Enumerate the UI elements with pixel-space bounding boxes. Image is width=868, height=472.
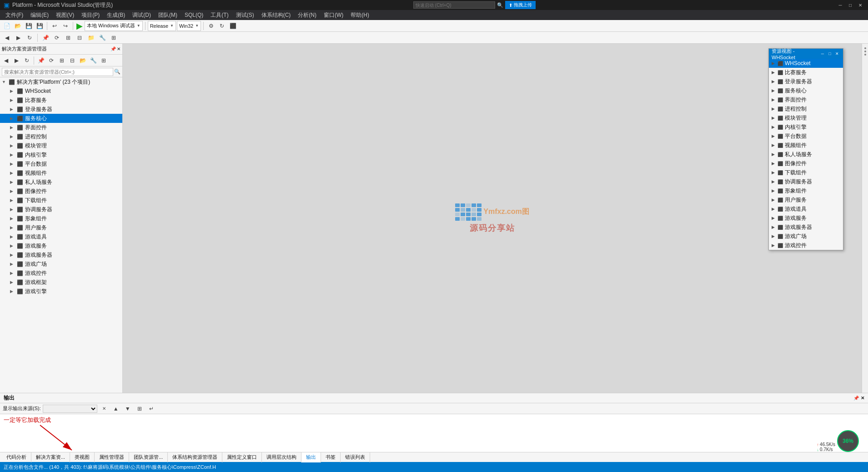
se-showfiles-button[interactable]: 📂 bbox=[78, 56, 88, 66]
menu-item-T[interactable]: 工具(T) bbox=[207, 10, 232, 20]
se-settings-button[interactable]: 🔧 bbox=[88, 56, 98, 66]
rv-minimize-button[interactable]: ─ bbox=[819, 51, 826, 57]
menu-item-B[interactable]: 生成(B) bbox=[103, 10, 129, 20]
tree-node-item[interactable]: ▶ ⬛ 平台数据 bbox=[0, 159, 122, 168]
rv-node-item[interactable]: ▶ ⬛ 平台数据 bbox=[769, 132, 843, 141]
se-back-button[interactable]: ◀ bbox=[1, 56, 11, 66]
show-all-files-button[interactable]: 📁 bbox=[86, 33, 96, 43]
bottom-tab-[interactable]: 团队资源管... bbox=[129, 452, 168, 462]
bottom-tab-[interactable]: 属性定义窗口 bbox=[222, 452, 262, 462]
close-icon[interactable]: ✕ bbox=[117, 46, 120, 51]
tree-node-item[interactable]: ▶ ⬛ 下载组件 bbox=[0, 196, 122, 205]
minimize-button[interactable]: ─ bbox=[836, 1, 844, 9]
close-button[interactable]: ✕ bbox=[856, 1, 864, 9]
menu-item-V[interactable]: 视图(V) bbox=[52, 10, 78, 20]
output-scroll-up-button[interactable]: ▲ bbox=[111, 404, 121, 414]
sync-button[interactable]: ⟳ bbox=[52, 33, 62, 43]
tree-node-item[interactable]: ▶ ⬛ 游戏引擎 bbox=[0, 287, 122, 296]
menu-item-F[interactable]: 文件(F) bbox=[2, 10, 27, 20]
tree-node-item[interactable]: ▶ ⬛ 游戏服务 bbox=[0, 241, 122, 250]
rv-node-item[interactable]: ▶ ⬛ 游戏服务器 bbox=[769, 223, 843, 232]
se-sync-button[interactable]: ⟳ bbox=[46, 56, 56, 66]
output-scroll-down-button[interactable]: ▼ bbox=[123, 404, 133, 414]
debug-target-dropdown[interactable]: 本地 Windows 调试器 ▼ bbox=[85, 21, 143, 31]
rv-node-item[interactable]: ▶ ⬛ 视频组件 bbox=[769, 141, 843, 150]
rv-close-button[interactable]: ✕ bbox=[834, 51, 840, 57]
tree-node-item[interactable]: ▶ ⬛ 游戏框架 bbox=[0, 278, 122, 287]
se-refresh-button[interactable]: ↻ bbox=[22, 56, 32, 66]
rv-node-item[interactable]: ▶ ⬛ 界面控件 bbox=[769, 95, 843, 104]
output-word-wrap-button[interactable]: ↵ bbox=[146, 404, 156, 414]
tree-node-item[interactable]: ▶ ⬛ 进程控制 bbox=[0, 132, 122, 141]
bottom-tab-[interactable]: 输出 bbox=[301, 452, 321, 462]
restore-button[interactable]: □ bbox=[846, 1, 854, 9]
menu-item-P[interactable]: 项目(P) bbox=[78, 10, 103, 20]
configuration-dropdown[interactable]: Release ▼ bbox=[148, 21, 176, 31]
undo-button[interactable]: ↩ bbox=[50, 21, 60, 31]
bottom-tab-[interactable]: 类视图 bbox=[70, 452, 95, 462]
tree-node-item[interactable]: ▶ ⬛ 形象组件 bbox=[0, 214, 122, 223]
collapse-button[interactable]: ⊟ bbox=[75, 33, 85, 43]
rv-node-item[interactable]: ▶ ⬛ 模块管理 bbox=[769, 113, 843, 122]
output-close-icon[interactable]: ✕ bbox=[861, 396, 864, 401]
se-newview-button[interactable]: ⊞ bbox=[99, 56, 109, 66]
pin-button[interactable]: 📌 bbox=[40, 33, 50, 43]
rv-node-item[interactable]: ▶ ⬛ 游戏广场 bbox=[769, 232, 843, 241]
tree-node-item[interactable]: ▶ ⬛ 比赛服务 bbox=[0, 96, 122, 105]
bottom-tab-[interactable]: 解决方案资... bbox=[31, 452, 70, 462]
refresh-button[interactable]: ↻ bbox=[25, 33, 35, 43]
bottom-tab-[interactable]: 书签 bbox=[321, 452, 341, 462]
tree-node-item[interactable]: ▶ ⬛ 登录服务器 bbox=[0, 105, 122, 114]
stop-button[interactable]: ⬛ bbox=[228, 21, 238, 31]
tree-node-item[interactable]: ▶ ⬛ 用户服务 bbox=[0, 223, 122, 232]
se-forward-button[interactable]: ▶ bbox=[11, 56, 21, 66]
tree-node-item[interactable]: ▶ ⬛ 游戏控件 bbox=[0, 269, 122, 278]
rv-node-item[interactable]: ▶ ⬛ 协调服务器 bbox=[769, 177, 843, 186]
rv-node-item[interactable]: ▶ ⬛ 内核引擎 bbox=[769, 122, 843, 132]
bottom-tab-[interactable]: 代码分析 bbox=[2, 452, 31, 462]
output-pin-icon[interactable]: 📌 bbox=[853, 396, 859, 401]
rv-node-item[interactable]: ▶ ⬛ 私人场服务 bbox=[769, 150, 843, 159]
menu-item-H[interactable]: 帮助(H) bbox=[347, 10, 373, 20]
menu-item-W[interactable]: 窗口(W) bbox=[320, 10, 347, 20]
output-clear-button[interactable]: ✕ bbox=[99, 404, 109, 414]
rv-node-item[interactable]: ▶ ⬛ 服务核心 bbox=[769, 86, 843, 95]
tree-node-item[interactable]: ▶ ⬛ 视频组件 bbox=[0, 168, 122, 178]
redo-button[interactable]: ↪ bbox=[60, 21, 70, 31]
platform-dropdown[interactable]: Win32 ▼ bbox=[177, 21, 201, 31]
menu-item-S[interactable]: 测试(S) bbox=[232, 10, 258, 20]
rv-node-item[interactable]: ▶ ⬛ 下载组件 bbox=[769, 168, 843, 177]
rv-node-item[interactable]: ▶ ⬛ 游戏服务 bbox=[769, 213, 843, 223]
tree-node-item[interactable]: ▶ ⬛ 游戏道具 bbox=[0, 232, 122, 241]
menu-item-E[interactable]: 编辑(E) bbox=[27, 10, 52, 20]
new-solution-explorer-button[interactable]: ⊞ bbox=[109, 33, 119, 43]
menu-item-C[interactable]: 体系结构(C) bbox=[258, 10, 295, 20]
new-file-button[interactable]: 📄 bbox=[2, 21, 12, 31]
rv-node-item[interactable]: ▶ ⬛ 形象组件 bbox=[769, 186, 843, 195]
tree-node-item[interactable]: ▶ ⬛ 游戏广场 bbox=[0, 259, 122, 269]
rebuild-button[interactable]: ↻ bbox=[217, 21, 227, 31]
rv-restore-button[interactable]: □ bbox=[827, 51, 833, 57]
tree-node-item[interactable]: ▶ ⬛ 协调服务器 bbox=[0, 205, 122, 214]
rv-node-item[interactable]: ▶ ⬛ 图像控件 bbox=[769, 159, 843, 168]
menu-item-M[interactable]: 团队(M) bbox=[155, 10, 181, 20]
tree-node-item[interactable]: ▶ ⬛ 游戏服务器 bbox=[0, 250, 122, 259]
bottom-tab-[interactable]: 属性管理器 bbox=[95, 452, 129, 462]
quick-launch-input[interactable] bbox=[413, 1, 495, 9]
rv-node-item[interactable]: ▶ ⬛ 登录服务器 bbox=[769, 77, 843, 86]
menu-item-N[interactable]: 分析(N) bbox=[294, 10, 320, 20]
output-source-select[interactable] bbox=[43, 405, 97, 413]
menu-item-SQLQ[interactable]: SQL(Q) bbox=[181, 10, 207, 20]
bottom-tab-[interactable]: 调用层次结构 bbox=[262, 452, 301, 462]
tree-node-item[interactable]: ▶ ⬛ WHSocket bbox=[0, 86, 122, 96]
save-button[interactable]: 💾 bbox=[24, 21, 34, 31]
filter-button[interactable]: ⊞ bbox=[63, 33, 73, 43]
se-properties-button[interactable]: 📌 bbox=[36, 56, 46, 66]
pin-icon[interactable]: 📌 bbox=[110, 46, 116, 51]
rv-node-item[interactable]: ▶ ⬛ 用户服务 bbox=[769, 195, 843, 204]
bottom-tab-[interactable]: 错误列表 bbox=[341, 452, 370, 462]
rv-node-item[interactable]: ▶ ⬛ 进程控制 bbox=[769, 104, 843, 113]
open-file-button[interactable]: 📂 bbox=[13, 21, 23, 31]
bottom-tab-[interactable]: 体系结构资源管理器 bbox=[168, 452, 222, 462]
output-toggle-button[interactable]: ⊞ bbox=[135, 404, 145, 414]
